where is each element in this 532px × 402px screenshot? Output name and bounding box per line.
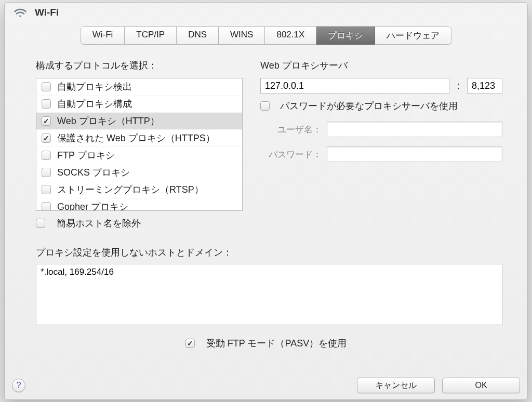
exclude-simple-hostnames-label: 簡易ホスト名を除外 — [57, 217, 141, 230]
protocol-label: Web プロキシ（HTTP） — [57, 115, 159, 127]
cancel-button[interactable]: キャンセル — [357, 378, 435, 393]
protocol-row[interactable]: ストリーミングプロキシ（RTSP） — [36, 181, 242, 198]
sheet-title: Wi-Fi — [35, 7, 59, 18]
protocol-checkbox[interactable] — [42, 133, 51, 143]
help-button[interactable]: ? — [12, 379, 25, 392]
proxy-settings-sheet: Wi-Fi Wi-FiTCP/IPDNSWINS802.1Xプロキシハードウェア… — [4, 2, 528, 400]
protocol-label: Gopher プロキシ — [57, 200, 128, 211]
tab-bar: Wi-FiTCP/IPDNSWINS802.1Xプロキシハードウェア — [5, 26, 527, 45]
protocol-label: 保護された Web プロキシ（HTTPS） — [57, 132, 215, 144]
username-input[interactable] — [327, 122, 502, 137]
wifi-icon — [13, 7, 28, 18]
tab-6[interactable]: ハードウェア — [375, 26, 451, 45]
tab-4[interactable]: 802.1X — [265, 26, 316, 45]
bypass-label: プロキシ設定を使用しないホストとドメイン： — [36, 246, 502, 259]
ok-button[interactable]: OK — [442, 378, 520, 393]
protocol-label: FTP プロキシ — [57, 149, 115, 162]
tab-5[interactable]: プロキシ — [316, 26, 375, 45]
password-label: パスワード： — [260, 149, 327, 160]
username-label: ユーザ名： — [260, 124, 327, 136]
protocol-checkbox[interactable] — [42, 185, 51, 194]
tab-0[interactable]: Wi-Fi — [81, 26, 125, 45]
passive-ftp-checkbox[interactable] — [185, 339, 195, 348]
tab-3[interactable]: WINS — [219, 26, 265, 45]
bypass-textarea[interactable] — [36, 264, 502, 325]
proxy-server-heading: Web プロキシサーバ — [260, 59, 502, 72]
protocols-heading: 構成するプロトコルを選択： — [36, 59, 243, 72]
host-port-separator: : — [455, 80, 462, 92]
passive-ftp-label: 受動 FTP モード（PASV）を使用 — [206, 337, 347, 350]
protocol-row[interactable]: 保護された Web プロキシ（HTTPS） — [36, 130, 242, 147]
sheet-titlebar: Wi-Fi — [5, 3, 527, 21]
password-input[interactable] — [327, 146, 502, 162]
protocol-label: ストリーミングプロキシ（RTSP） — [57, 183, 204, 196]
requires-password-checkbox[interactable] — [260, 101, 270, 111]
protocol-list[interactable]: 自動プロキシ検出自動プロキシ構成Web プロキシ（HTTP）保護された Web … — [36, 78, 243, 211]
protocol-row[interactable]: 自動プロキシ構成 — [36, 96, 242, 113]
proxy-port-input[interactable] — [467, 78, 502, 93]
protocol-checkbox[interactable] — [42, 168, 51, 177]
protocol-checkbox[interactable] — [42, 202, 51, 211]
exclude-simple-hostnames-checkbox[interactable] — [36, 219, 45, 228]
protocol-checkbox[interactable] — [42, 116, 51, 126]
protocol-label: 自動プロキシ検出 — [57, 81, 132, 93]
protocol-row[interactable]: SOCKS プロキシ — [36, 164, 242, 181]
protocol-label: 自動プロキシ構成 — [57, 98, 132, 110]
requires-password-label: パスワードが必要なプロキシサーバを使用 — [280, 100, 458, 112]
proxy-host-input[interactable] — [260, 78, 449, 93]
protocol-checkbox[interactable] — [42, 151, 51, 160]
protocol-checkbox[interactable] — [42, 82, 51, 91]
protocol-checkbox[interactable] — [42, 99, 51, 109]
protocol-row[interactable]: Web プロキシ（HTTP） — [36, 113, 242, 130]
tab-1[interactable]: TCP/IP — [125, 26, 177, 45]
protocol-row[interactable]: Gopher プロキシ — [36, 198, 242, 211]
protocol-row[interactable]: FTP プロキシ — [36, 147, 242, 164]
tab-2[interactable]: DNS — [177, 26, 219, 45]
protocol-row[interactable]: 自動プロキシ検出 — [36, 78, 242, 96]
protocol-label: SOCKS プロキシ — [57, 166, 130, 179]
